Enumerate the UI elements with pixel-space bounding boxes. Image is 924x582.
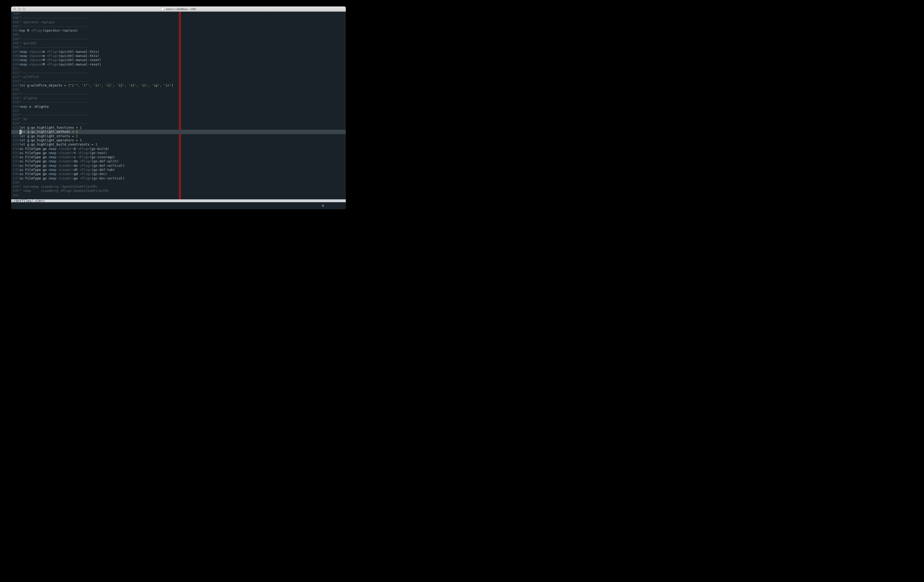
code-line[interactable]: au FileType go nmap <Leader>dv <Plug>(go… [20, 164, 346, 168]
line-number: 640 [11, 189, 19, 193]
file-path: ~/dotfiles/.vimrc [12, 199, 45, 203]
line-number: 624 [11, 121, 19, 126]
line-number: 636 [11, 172, 19, 176]
code-line[interactable]: au FileType go nmap <leader>c <Plug>(go-… [20, 155, 346, 159]
code-line[interactable]: " [20, 12, 346, 16]
code-line[interactable]: " quickhl [20, 41, 346, 45]
window-title: .vimrc (~/dotfiles) - VIM [11, 8, 346, 11]
code-line[interactable]: let g:go_highlight_build_constraints = 1 [20, 142, 346, 147]
line-number: 628 [11, 138, 19, 142]
line-number: 632 [11, 155, 19, 159]
code-line[interactable] [20, 193, 346, 197]
line-number: 601 [11, 24, 19, 28]
line-number: 631 [11, 151, 19, 155]
window: .vimrc (~/dotfiles) - VIM 59859960060160… [11, 7, 346, 209]
code-line[interactable]: au FileType go nmap <Leader>dt <Plug>(go… [20, 168, 346, 172]
line-number: 613 [11, 75, 19, 79]
code-line[interactable] [20, 180, 346, 185]
code-line[interactable] [20, 66, 346, 71]
line-number: 641 [11, 193, 19, 197]
code-line[interactable]: " vmap <Leader>g <Plug>:OpenGithubFile<C… [20, 189, 346, 193]
line-number: 614 [11, 79, 19, 83]
code-line[interactable]: "---------------------------------- [20, 45, 346, 50]
line-number: 625 [11, 126, 19, 130]
code-line[interactable]: au FileType go nmap <Leader>ds <Plug>(go… [20, 159, 346, 164]
code-line[interactable]: xmap <Space>M <Plug>(quickhl-manual-rese… [20, 63, 346, 66]
line-number: 612 [11, 71, 19, 75]
code-line[interactable]: "---------------------------------- [20, 79, 346, 83]
code-line[interactable]: let g:wildfire_objects = ["i'", 'i"', 'i… [20, 83, 346, 88]
line-number: 606 [11, 45, 19, 50]
code-line[interactable]: let g:go_highlight_structs = 1 [20, 134, 346, 138]
line-number: 617 [11, 92, 19, 96]
code-line[interactable]: xmap <Space>m <Plug>(quickhl-manual-this… [20, 54, 346, 58]
code-line[interactable] [20, 33, 346, 37]
line-number: 626 [11, 130, 19, 134]
code-line[interactable]: nmap <Space>m <Plug>(quickhl-manual-this… [20, 50, 346, 54]
code-line[interactable]: "---------------------------------- [20, 92, 346, 96]
line-number: 604 [11, 37, 19, 41]
line-number: 629 [11, 142, 19, 147]
line-number: 598 [11, 12, 19, 16]
line-number: 620 [11, 104, 19, 109]
code-line[interactable]: "---------------------------------- [20, 100, 346, 104]
cursor: l [20, 130, 21, 134]
line-number: 633 [11, 159, 19, 164]
line-number: 615 [11, 83, 19, 88]
code-line[interactable]: " Go [20, 117, 346, 121]
line-number: 600 [11, 20, 19, 24]
code-line[interactable]: "---------------------------------- [20, 16, 346, 20]
line-number: 639 [11, 185, 19, 189]
line-number: 599 [11, 16, 19, 20]
code-line[interactable]: au FileType go nmap <leader>b <Plug>(go-… [20, 147, 346, 151]
code-line[interactable]: vmap a :Alignta [20, 104, 346, 109]
code-line[interactable]: " nnoremap <Leader>g :OpenGithubFile<CR> [20, 185, 346, 189]
line-number: 608 [11, 54, 19, 58]
code-line[interactable]: au FileType go nmap <Leader>gv <Plug>(go… [20, 176, 346, 180]
code-line[interactable]: let g:go_highlight_methods = 1 [20, 130, 346, 134]
line-number: 616 [11, 88, 19, 92]
line-number: 637 [11, 176, 19, 180]
line-number: 610 [11, 63, 19, 66]
status-bar: ~/dotfiles/.vimrc [11, 199, 346, 202]
cursor-column: 4 [322, 204, 324, 208]
code-line[interactable]: "---------------------------------- [20, 37, 346, 41]
line-number: 622 [11, 113, 19, 117]
code-line[interactable]: map R <Plug>(operator-replace) [20, 28, 346, 33]
document-icon [161, 8, 164, 11]
code-line[interactable]: " operator replace [20, 20, 346, 24]
code-line[interactable]: "---------------------------------- [20, 113, 346, 117]
code-line[interactable]: au FileType go nmap <Leader>gd <Plug>(go… [20, 172, 346, 176]
code-line[interactable]: let g:go_highlight_functions = 1 [20, 126, 346, 130]
line-number: 602 [11, 28, 19, 33]
line-number-gutter: 5985996006016026036046056066076086096106… [11, 12, 20, 199]
line-number: 618 [11, 96, 19, 100]
line-number: 635 [11, 168, 19, 172]
code-line[interactable]: au FileType go nmap <leader>t <Plug>(go-… [20, 151, 346, 155]
code-line[interactable]: let g:go_highlight_operators = 1 [20, 138, 346, 142]
line-number: 627 [11, 134, 19, 138]
line-number: 603 [11, 33, 19, 37]
code-line[interactable]: "---------------------------------- [20, 121, 346, 126]
line-number: 609 [11, 58, 19, 62]
line-number: 623 [11, 117, 19, 121]
code-line[interactable]: " alignta [20, 96, 346, 100]
code-line[interactable]: "---------------------------------- [20, 71, 346, 75]
code-line[interactable]: nmap <Space>M <Plug>(quickhl-manual-rese… [20, 58, 346, 62]
line-number: 607 [11, 50, 19, 54]
line-number: 611 [11, 66, 19, 71]
window-title-text: .vimrc (~/dotfiles) - VIM [165, 8, 196, 11]
editor[interactable]: 5985996006016026036046056066076086096106… [11, 12, 346, 199]
titlebar: .vimrc (~/dotfiles) - VIM [11, 7, 346, 12]
line-number: 638 [11, 180, 19, 185]
code-line[interactable]: "---------------------------------- [20, 24, 346, 28]
line-number: 619 [11, 100, 19, 104]
code-area[interactable]: ""----------------------------------" op… [20, 12, 346, 199]
code-line[interactable]: " wildfire [20, 75, 346, 79]
code-line[interactable] [20, 88, 346, 92]
code-line[interactable] [20, 109, 346, 113]
line-number: 630 [11, 147, 19, 151]
bottom-bar: 4 [11, 202, 346, 209]
line-number: 605 [11, 41, 19, 45]
line-number: 621 [11, 109, 19, 113]
